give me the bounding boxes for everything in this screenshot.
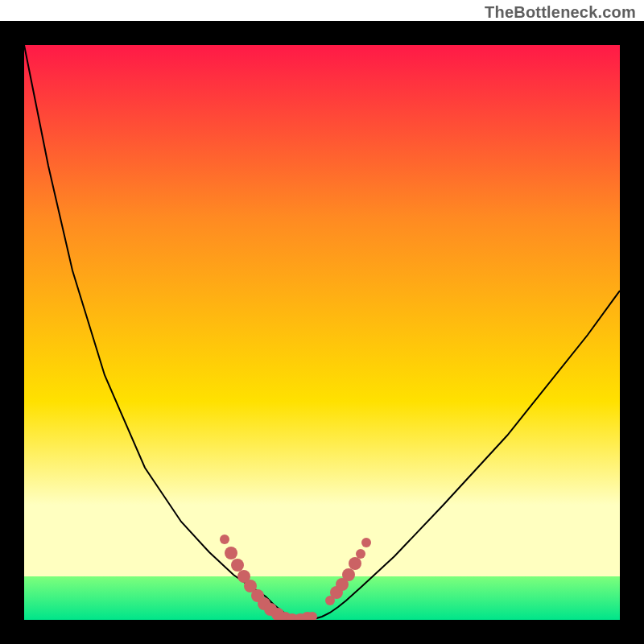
curve-marker <box>342 568 355 581</box>
chart-stage: TheBottleneck.com <box>0 0 644 644</box>
curve-marker <box>231 559 244 572</box>
watermark-text: TheBottleneck.com <box>485 3 636 22</box>
gradient-background <box>24 45 620 620</box>
curve-marker <box>361 538 371 547</box>
curve-marker <box>349 557 361 570</box>
curve-marker <box>220 535 229 544</box>
plot-area <box>24 45 620 620</box>
curve-marker <box>225 547 237 559</box>
chart-svg <box>24 45 620 620</box>
curve-marker <box>356 549 365 559</box>
plot-frame-black <box>0 21 644 644</box>
